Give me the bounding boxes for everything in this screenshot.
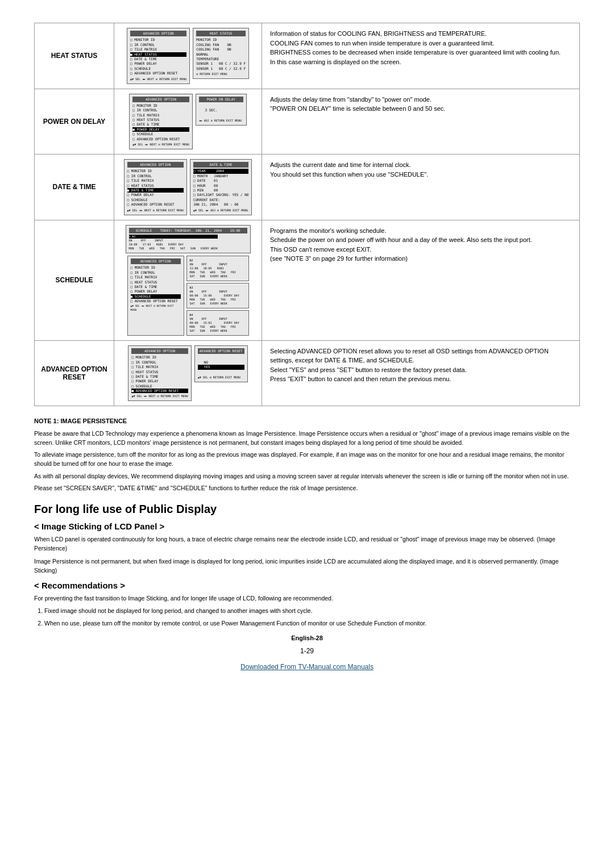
image-sticking-text2: Image Persistence is not permanent, but … — [34, 557, 580, 575]
table-row-power-on-delay: POWER ON DELAY ADVANCED OPTION □ MONITOR… — [35, 89, 580, 155]
heat-status-image: ADVANCED OPTION □ MONITOR ID □ IR CONTRO… — [114, 23, 262, 89]
table-row-advanced-option-reset: ADVANCED OPTION RESET ADVANCED OPTION □ … — [35, 340, 580, 406]
schedule-entry2: №2 ON OFF INPUT 11:00 18:05 RGB1 MON TUE… — [186, 256, 249, 281]
page-number: 1-29 — [34, 647, 580, 655]
table-row-date-time: DATE & TIME ADVANCED OPTION □ MONITOR ID… — [35, 155, 580, 220]
advanced-option-reset-label: ADVANCED OPTION RESET — [35, 340, 114, 406]
advanced-option-reset-desc: Selecting ADVANCED OPTION reset allows y… — [262, 340, 580, 406]
page: HEAT STATUS ADVANCED OPTION □ MONITOR ID… — [0, 0, 614, 868]
recommendations-text: For preventing the fast transition to Im… — [34, 594, 580, 603]
recommendations-list: Fixed image should not be displayed for … — [44, 606, 580, 628]
date-time-screen2: DATE & TIME □ YEAR 2004 □ MONTH JANUARY … — [190, 159, 252, 215]
heat-status-screen2: HEAT STATUS MONITOR ID COOLING FAN ON CO… — [193, 28, 249, 79]
reference-table: HEAT STATUS ADVANCED OPTION □ MONITOR ID… — [34, 23, 580, 406]
table-row-heat-status: HEAT STATUS ADVANCED OPTION □ MONITOR ID… — [35, 23, 580, 89]
heat-status-label: HEAT STATUS — [35, 23, 114, 89]
rec-item-1: Fixed image should not be displayed for … — [44, 606, 580, 615]
adv-reset-screen1: ADVANCED OPTION □ MONITOR ID □ IR CONTRO… — [128, 345, 191, 402]
schedule-top-screen: SCHEDULE TODAY: THURSDAY, JAN. 21, 2004 … — [126, 225, 251, 253]
schedule-label: SCHEDULE — [35, 220, 114, 340]
advanced-option-reset-image: ADVANCED OPTION □ MONITOR ID □ IR CONTRO… — [114, 340, 262, 406]
power-delay-screen1: ADVANCED OPTION □ MONITOR ID □ IR CONTRO… — [129, 94, 192, 150]
adv-reset-screen2: ADVANCED OPTION RESET NO YES ▲▼ SEL ⊡ RE… — [194, 345, 248, 382]
english-label: English-28 — [34, 635, 580, 641]
rec-item-2: When no use, please turn off the monitor… — [44, 619, 580, 628]
note-title: NOTE 1: IMAGE PERSISTENCE — [34, 416, 580, 426]
image-sticking-text1: When LCD panel is operated continuously … — [34, 535, 580, 553]
power-on-delay-desc: Adjusts the delay time from "standby" to… — [262, 89, 580, 155]
long-life-heading: For long life use of Public Display — [34, 503, 580, 516]
power-on-delay-image: ADVANCED OPTION □ MONITOR ID □ IR CONTRO… — [114, 89, 262, 155]
schedule-entry3: №3 ON OFF INPUT 00:00 15:00 EVERY DAY MO… — [186, 283, 249, 308]
date-time-desc: Adjusts the current date and time for in… — [262, 155, 580, 220]
image-sticking-heading: < Image Sticking of LCD Panel > — [34, 521, 580, 531]
heat-status-desc: Information of status for COOLING FAN, B… — [262, 23, 580, 89]
note-image-persistence: NOTE 1: IMAGE PERSISTENCE Please be awar… — [34, 416, 580, 493]
date-time-image: ADVANCED OPTION □ MONITOR ID □ IR CONTRO… — [114, 155, 262, 220]
date-time-label: DATE & TIME — [35, 155, 114, 220]
schedule-image: SCHEDULE TODAY: THURSDAY, JAN. 21, 2004 … — [114, 220, 262, 340]
schedule-adv-screen: ADVANCED OPTION □ MONITOR ID □ IR CONTRO… — [127, 256, 184, 336]
power-delay-screen2: POWER ON DELAY 3 SEC. ◄► ADJ ⊡ RETURN EX… — [196, 94, 247, 126]
heat-status-screen1: ADVANCED OPTION □ MONITOR ID □ IR CONTRO… — [127, 28, 190, 84]
download-link[interactable]: Downloaded From TV-Manual.com Manuals — [34, 663, 580, 671]
schedule-desc: Programs the monitor's working schedule.… — [262, 220, 580, 340]
date-time-screen1: ADVANCED OPTION □ MONITOR ID □ IR CONTRO… — [124, 159, 187, 215]
power-on-delay-label: POWER ON DELAY — [35, 89, 114, 155]
recommendations-heading: < Recommendations > — [34, 581, 580, 590]
table-row-schedule: SCHEDULE SCHEDULE TODAY: THURSDAY, JAN. … — [35, 220, 580, 340]
schedule-entry4: №4 ON OFF INPUT 00:00 15:01 EVERY DAY MO… — [186, 310, 249, 336]
